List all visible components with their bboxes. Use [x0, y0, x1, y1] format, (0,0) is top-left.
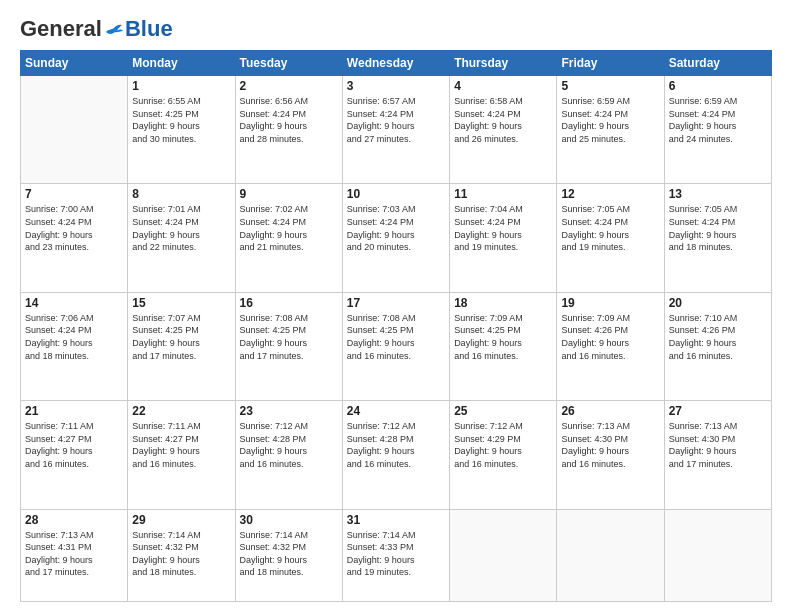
calendar-week-row: 21Sunrise: 7:11 AM Sunset: 4:27 PM Dayli… — [21, 401, 772, 509]
header-wednesday: Wednesday — [342, 51, 449, 76]
day-info: Sunrise: 6:59 AM Sunset: 4:24 PM Dayligh… — [669, 95, 767, 145]
day-number: 30 — [240, 513, 338, 527]
table-row: 9Sunrise: 7:02 AM Sunset: 4:24 PM Daylig… — [235, 184, 342, 292]
table-row: 10Sunrise: 7:03 AM Sunset: 4:24 PM Dayli… — [342, 184, 449, 292]
day-info: Sunrise: 7:12 AM Sunset: 4:28 PM Dayligh… — [240, 420, 338, 470]
day-number: 23 — [240, 404, 338, 418]
day-number: 2 — [240, 79, 338, 93]
day-number: 21 — [25, 404, 123, 418]
table-row: 5Sunrise: 6:59 AM Sunset: 4:24 PM Daylig… — [557, 76, 664, 184]
day-info: Sunrise: 6:57 AM Sunset: 4:24 PM Dayligh… — [347, 95, 445, 145]
day-number: 14 — [25, 296, 123, 310]
day-info: Sunrise: 7:04 AM Sunset: 4:24 PM Dayligh… — [454, 203, 552, 253]
calendar-table: Sunday Monday Tuesday Wednesday Thursday… — [20, 50, 772, 602]
header-monday: Monday — [128, 51, 235, 76]
day-info: Sunrise: 7:01 AM Sunset: 4:24 PM Dayligh… — [132, 203, 230, 253]
logo-text: GeneralBlue — [20, 18, 173, 40]
table-row: 15Sunrise: 7:07 AM Sunset: 4:25 PM Dayli… — [128, 292, 235, 400]
table-row: 17Sunrise: 7:08 AM Sunset: 4:25 PM Dayli… — [342, 292, 449, 400]
calendar-week-row: 7Sunrise: 7:00 AM Sunset: 4:24 PM Daylig… — [21, 184, 772, 292]
table-row: 11Sunrise: 7:04 AM Sunset: 4:24 PM Dayli… — [450, 184, 557, 292]
day-number: 8 — [132, 187, 230, 201]
day-number: 25 — [454, 404, 552, 418]
header-thursday: Thursday — [450, 51, 557, 76]
table-row — [664, 509, 771, 601]
day-info: Sunrise: 7:13 AM Sunset: 4:30 PM Dayligh… — [669, 420, 767, 470]
table-row: 4Sunrise: 6:58 AM Sunset: 4:24 PM Daylig… — [450, 76, 557, 184]
calendar-page: GeneralBlue Sunday Monday Tuesday Wednes… — [0, 0, 792, 612]
day-info: Sunrise: 6:59 AM Sunset: 4:24 PM Dayligh… — [561, 95, 659, 145]
calendar-week-row: 1Sunrise: 6:55 AM Sunset: 4:25 PM Daylig… — [21, 76, 772, 184]
table-row: 30Sunrise: 7:14 AM Sunset: 4:32 PM Dayli… — [235, 509, 342, 601]
day-number: 16 — [240, 296, 338, 310]
day-info: Sunrise: 7:11 AM Sunset: 4:27 PM Dayligh… — [25, 420, 123, 470]
table-row: 2Sunrise: 6:56 AM Sunset: 4:24 PM Daylig… — [235, 76, 342, 184]
logo-bird-icon — [103, 22, 125, 36]
table-row — [21, 76, 128, 184]
day-number: 4 — [454, 79, 552, 93]
day-number: 3 — [347, 79, 445, 93]
day-number: 24 — [347, 404, 445, 418]
day-number: 31 — [347, 513, 445, 527]
day-number: 26 — [561, 404, 659, 418]
table-row: 6Sunrise: 6:59 AM Sunset: 4:24 PM Daylig… — [664, 76, 771, 184]
table-row: 23Sunrise: 7:12 AM Sunset: 4:28 PM Dayli… — [235, 401, 342, 509]
table-row: 16Sunrise: 7:08 AM Sunset: 4:25 PM Dayli… — [235, 292, 342, 400]
header-friday: Friday — [557, 51, 664, 76]
day-info: Sunrise: 7:03 AM Sunset: 4:24 PM Dayligh… — [347, 203, 445, 253]
day-number: 29 — [132, 513, 230, 527]
day-number: 13 — [669, 187, 767, 201]
day-number: 5 — [561, 79, 659, 93]
day-info: Sunrise: 7:13 AM Sunset: 4:30 PM Dayligh… — [561, 420, 659, 470]
table-row: 28Sunrise: 7:13 AM Sunset: 4:31 PM Dayli… — [21, 509, 128, 601]
day-info: Sunrise: 7:14 AM Sunset: 4:33 PM Dayligh… — [347, 529, 445, 579]
day-info: Sunrise: 7:12 AM Sunset: 4:28 PM Dayligh… — [347, 420, 445, 470]
table-row: 13Sunrise: 7:05 AM Sunset: 4:24 PM Dayli… — [664, 184, 771, 292]
day-info: Sunrise: 7:05 AM Sunset: 4:24 PM Dayligh… — [561, 203, 659, 253]
header-sunday: Sunday — [21, 51, 128, 76]
day-info: Sunrise: 7:10 AM Sunset: 4:26 PM Dayligh… — [669, 312, 767, 362]
table-row: 3Sunrise: 6:57 AM Sunset: 4:24 PM Daylig… — [342, 76, 449, 184]
table-row — [557, 509, 664, 601]
table-row: 20Sunrise: 7:10 AM Sunset: 4:26 PM Dayli… — [664, 292, 771, 400]
logo: GeneralBlue — [20, 18, 173, 40]
table-row: 19Sunrise: 7:09 AM Sunset: 4:26 PM Dayli… — [557, 292, 664, 400]
day-info: Sunrise: 7:02 AM Sunset: 4:24 PM Dayligh… — [240, 203, 338, 253]
day-number: 11 — [454, 187, 552, 201]
table-row: 18Sunrise: 7:09 AM Sunset: 4:25 PM Dayli… — [450, 292, 557, 400]
day-info: Sunrise: 7:13 AM Sunset: 4:31 PM Dayligh… — [25, 529, 123, 579]
table-row: 25Sunrise: 7:12 AM Sunset: 4:29 PM Dayli… — [450, 401, 557, 509]
calendar-week-row: 14Sunrise: 7:06 AM Sunset: 4:24 PM Dayli… — [21, 292, 772, 400]
table-row: 24Sunrise: 7:12 AM Sunset: 4:28 PM Dayli… — [342, 401, 449, 509]
calendar-week-row: 28Sunrise: 7:13 AM Sunset: 4:31 PM Dayli… — [21, 509, 772, 601]
table-row: 26Sunrise: 7:13 AM Sunset: 4:30 PM Dayli… — [557, 401, 664, 509]
day-number: 27 — [669, 404, 767, 418]
table-row: 1Sunrise: 6:55 AM Sunset: 4:25 PM Daylig… — [128, 76, 235, 184]
day-number: 12 — [561, 187, 659, 201]
logo-general: General — [20, 18, 102, 40]
day-number: 6 — [669, 79, 767, 93]
table-row: 29Sunrise: 7:14 AM Sunset: 4:32 PM Dayli… — [128, 509, 235, 601]
day-number: 19 — [561, 296, 659, 310]
table-row: 31Sunrise: 7:14 AM Sunset: 4:33 PM Dayli… — [342, 509, 449, 601]
table-row: 8Sunrise: 7:01 AM Sunset: 4:24 PM Daylig… — [128, 184, 235, 292]
day-info: Sunrise: 7:12 AM Sunset: 4:29 PM Dayligh… — [454, 420, 552, 470]
day-number: 15 — [132, 296, 230, 310]
day-info: Sunrise: 7:06 AM Sunset: 4:24 PM Dayligh… — [25, 312, 123, 362]
table-row: 27Sunrise: 7:13 AM Sunset: 4:30 PM Dayli… — [664, 401, 771, 509]
day-number: 18 — [454, 296, 552, 310]
table-row: 22Sunrise: 7:11 AM Sunset: 4:27 PM Dayli… — [128, 401, 235, 509]
day-info: Sunrise: 7:08 AM Sunset: 4:25 PM Dayligh… — [240, 312, 338, 362]
day-info: Sunrise: 7:05 AM Sunset: 4:24 PM Dayligh… — [669, 203, 767, 253]
day-info: Sunrise: 7:09 AM Sunset: 4:26 PM Dayligh… — [561, 312, 659, 362]
day-info: Sunrise: 6:58 AM Sunset: 4:24 PM Dayligh… — [454, 95, 552, 145]
calendar-header-row: Sunday Monday Tuesday Wednesday Thursday… — [21, 51, 772, 76]
day-number: 17 — [347, 296, 445, 310]
day-info: Sunrise: 7:14 AM Sunset: 4:32 PM Dayligh… — [240, 529, 338, 579]
day-info: Sunrise: 7:08 AM Sunset: 4:25 PM Dayligh… — [347, 312, 445, 362]
day-info: Sunrise: 7:11 AM Sunset: 4:27 PM Dayligh… — [132, 420, 230, 470]
day-number: 9 — [240, 187, 338, 201]
table-row: 21Sunrise: 7:11 AM Sunset: 4:27 PM Dayli… — [21, 401, 128, 509]
day-info: Sunrise: 7:00 AM Sunset: 4:24 PM Dayligh… — [25, 203, 123, 253]
day-info: Sunrise: 6:55 AM Sunset: 4:25 PM Dayligh… — [132, 95, 230, 145]
